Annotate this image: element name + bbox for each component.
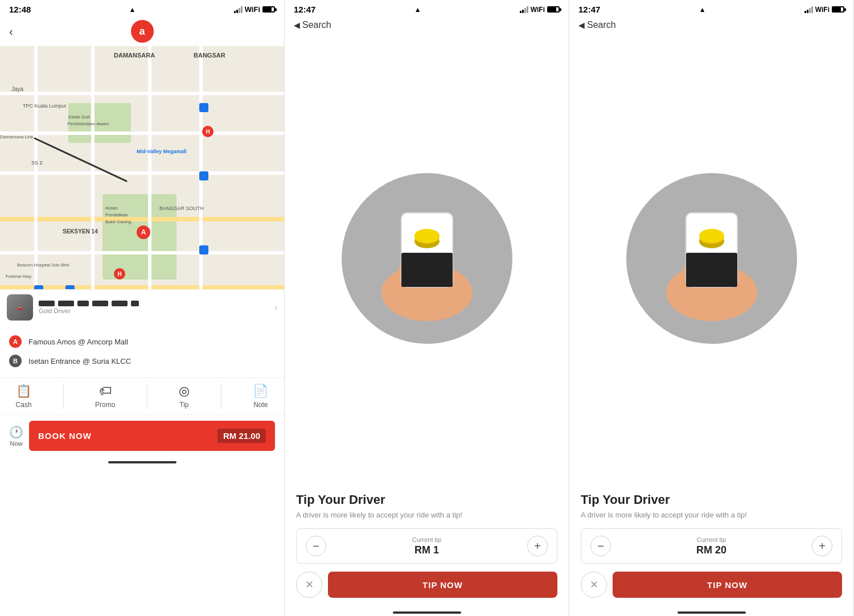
cash-label: Cash (16, 401, 32, 409)
tip-actions-2: ✕ TIP NOW (581, 572, 842, 598)
back-button[interactable]: ‹ (9, 25, 13, 38)
label-federal: Federal Hwy (6, 274, 31, 279)
road-h2 (0, 132, 284, 135)
svg-point-9 (414, 229, 440, 243)
road-v3 (148, 46, 151, 325)
tip-icon: ◎ (179, 384, 190, 399)
status-bar-3: 12:47 ▲ WiFi (569, 0, 853, 17)
status-bar-1: 12:48 ▲ WiFi (0, 0, 284, 17)
bottom-indicator-1 (0, 457, 284, 466)
road-v2 (91, 46, 95, 325)
grab-logo: a (131, 20, 154, 43)
label-perkhidmatan: Perkhidmatan Awam (67, 121, 109, 126)
label-bangsar: BANGSAR (194, 52, 225, 59)
tip-amount-value-2: RM 20 (618, 544, 805, 556)
route-text-a: Famous Amos @ Amcorp Mall (28, 338, 128, 346)
option-note[interactable]: 📄 Note (253, 384, 268, 409)
status-icons-2: WiFi (520, 6, 560, 14)
tip-amount-label-1: Current tip (333, 536, 520, 543)
label-jaya: Jaya (11, 86, 23, 92)
map-area[interactable]: DAMANSARA BANGSAR Jaya TPC Kuala Lumpur … (0, 46, 284, 325)
label-damansara-link: Damansara Link (0, 134, 33, 139)
blue-marker-3 (199, 245, 208, 254)
route-item-a: A Famous Amos @ Amcorp Mall (9, 332, 275, 351)
option-cash[interactable]: 📋 Cash (16, 384, 32, 409)
wifi-icon-1: WiFi (245, 5, 260, 14)
now-button[interactable]: 🕐 Now (9, 425, 23, 447)
hospital-marker: H (114, 268, 125, 280)
book-price: RM 21.00 (217, 429, 266, 443)
back-arrow-1: ◀ (294, 20, 300, 30)
bottom-indicator-3 (569, 607, 853, 616)
map-background: DAMANSARA BANGSAR Jaya TPC Kuala Lumpur … (0, 46, 284, 325)
note-icon: 📄 (253, 384, 268, 399)
option-divider-1 (63, 384, 64, 409)
blue-marker-2 (199, 171, 208, 180)
status-bar-2: 12:47 ▲ WiFi (285, 0, 569, 17)
option-promo[interactable]: 🏷 Promo (95, 384, 115, 409)
clock-icon: 🕐 (9, 425, 23, 439)
tip-amount-info-1: Current tip RM 1 (333, 536, 520, 556)
route-text-b: Isetan Entrance @ Suria KLCC (28, 357, 131, 366)
tip-label: Tip (179, 401, 188, 409)
tip-content-2: Tip Your Driver A driver is more likely … (569, 483, 853, 607)
status-icons-1: WiFi (234, 5, 275, 14)
bottom-indicator-2 (285, 607, 569, 616)
label-beacon: Beacon Hospital Sdn Bhd (17, 262, 69, 268)
blue-marker-1 (199, 103, 208, 112)
tip-actions-1: ✕ TIP NOW (296, 572, 557, 598)
tip-subtitle-2: A driver is more likely to accept your r… (581, 511, 842, 519)
home-indicator-3 (678, 611, 746, 614)
route-dot-b: B (9, 355, 22, 367)
panel-booking: 12:48 ▲ WiFi ‹ a (0, 0, 285, 616)
driver-avatar: 🚗 (7, 294, 33, 321)
tip-circle-2 (626, 173, 797, 344)
tip-amount-row-2: − Current tip RM 20 + (581, 528, 842, 564)
now-label: Now (10, 440, 22, 447)
tip-illustration-2 (569, 34, 853, 483)
promo-label: Promo (95, 401, 115, 409)
road-v1 (34, 46, 38, 325)
time-3: 12:47 (578, 5, 600, 14)
tip-now-button-2[interactable]: TIP NOW (613, 572, 842, 598)
home-indicator-1 (108, 461, 176, 463)
tip-amount-label-2: Current tip (618, 536, 805, 543)
cancel-tip-button-2[interactable]: ✕ (581, 572, 607, 598)
promo-icon: 🏷 (99, 384, 112, 399)
hospital-marker-2: H (202, 126, 214, 137)
decrease-tip-button-2[interactable]: − (590, 536, 611, 556)
increase-tip-button-2[interactable]: + (812, 536, 832, 556)
route-section: A Famous Amos @ Amcorp Mall B Isetan Ent… (0, 325, 284, 377)
label-hutan: Hutan (105, 206, 117, 211)
svg-rect-21 (690, 217, 692, 240)
option-tip[interactable]: ◎ Tip (179, 384, 190, 409)
panel-tip-2: 12:47 ▲ WiFi ◀ Search (569, 0, 854, 616)
svg-point-20 (699, 229, 724, 243)
search-label-1: Search (302, 20, 331, 30)
book-bar: 🕐 Now BOOK NOW RM 21.00 (0, 415, 284, 457)
search-label-2: Search (587, 20, 616, 30)
decrease-tip-button-1[interactable]: − (306, 536, 326, 556)
option-divider-2 (147, 384, 147, 409)
label-damansara: DAMANSARA (114, 52, 155, 59)
book-now-button[interactable]: BOOK NOW RM 21.00 (29, 421, 275, 451)
note-label: Note (253, 401, 268, 409)
search-back-button-2[interactable]: ◀ Search (578, 20, 616, 30)
driver-info: Gold Driver (39, 301, 269, 314)
status-icons-3: WiFi (804, 6, 844, 14)
label-bukit-gasing: Bukit Gasing (105, 219, 131, 224)
location-arrow-2: ▲ (414, 6, 421, 14)
route-dot-a: A (9, 335, 22, 348)
tip-now-button-1[interactable]: TIP NOW (328, 572, 557, 598)
tip-amount-row-1: − Current tip RM 1 + (296, 528, 557, 564)
driver-card[interactable]: 🚗 Gold Driver › (0, 289, 284, 325)
cancel-tip-button-1[interactable]: ✕ (296, 572, 322, 598)
search-back-button-1[interactable]: ◀ Search (294, 20, 331, 30)
label-tpc: TPC Kuala Lumpur (23, 103, 67, 109)
book-now-label: BOOK NOW (38, 431, 92, 441)
tip-title-1: Tip Your Driver (296, 492, 557, 507)
increase-tip-button-1[interactable]: + (527, 536, 548, 556)
driver-arrow: › (274, 302, 277, 313)
home-indicator-2 (393, 611, 461, 614)
signal-icon-3 (804, 6, 813, 13)
